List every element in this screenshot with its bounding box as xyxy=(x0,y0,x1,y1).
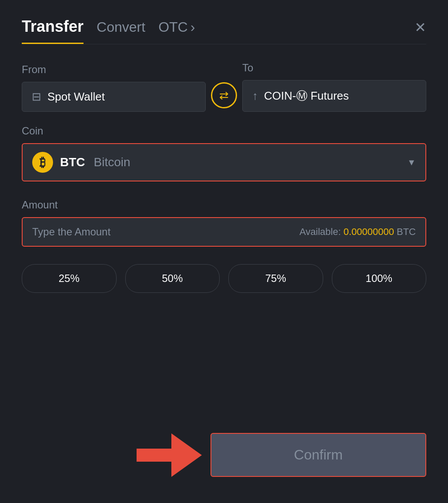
amount-label: Amount xyxy=(22,199,58,211)
arrow-shaft xyxy=(137,449,171,462)
coin-select-dropdown[interactable]: ₿ BTC Bitcoin ▼ xyxy=(22,143,426,181)
percentage-row: 25% 50% 75% 100% xyxy=(22,264,426,293)
tab-convert[interactable]: Convert xyxy=(97,19,145,42)
from-wallet-name: Spot Wallet xyxy=(47,90,105,104)
from-section: From ⊟ Spot Wallet xyxy=(22,64,206,112)
close-button[interactable]: ✕ xyxy=(415,20,426,41)
coin-section: Coin ₿ BTC Bitcoin ▼ xyxy=(22,125,426,181)
arrow-container xyxy=(22,433,211,477)
amount-input[interactable] xyxy=(32,226,300,238)
pct-50-button[interactable]: 50% xyxy=(125,264,220,293)
btc-icon: ₿ xyxy=(32,152,53,173)
to-label: To xyxy=(242,62,426,74)
wallet-card-icon: ⊟ xyxy=(32,90,41,104)
otc-arrow-icon: › xyxy=(191,19,195,35)
tab-transfer[interactable]: Transfer xyxy=(22,17,84,44)
available-text: Available: 0.00000000 BTC xyxy=(300,226,416,238)
available-unit: BTC xyxy=(397,226,416,237)
to-wallet-select[interactable]: ↑ COIN-Ⓜ Futures xyxy=(242,80,426,112)
confirm-button[interactable]: Confirm xyxy=(211,433,426,477)
arrow-indicator xyxy=(137,433,202,477)
chevron-down-icon: ▼ xyxy=(407,158,416,168)
to-wallet-name: COIN-Ⓜ Futures xyxy=(264,88,349,104)
arrow-head-icon xyxy=(171,433,202,477)
futures-icon: ↑ xyxy=(252,89,258,103)
amount-section: Amount Available: 0.00000000 BTC xyxy=(22,199,426,247)
from-wallet-select[interactable]: ⊟ Spot Wallet xyxy=(22,82,206,112)
to-section: To ↑ COIN-Ⓜ Futures xyxy=(242,62,426,112)
available-amount: 0.00000000 xyxy=(344,226,394,237)
transfer-modal: Transfer Convert OTC › ✕ From ⊟ Spot Wal… xyxy=(0,0,448,503)
header-tabs: Transfer Convert OTC › ✕ xyxy=(22,17,426,44)
pct-25-button[interactable]: 25% xyxy=(22,264,117,293)
from-label: From xyxy=(22,64,206,76)
from-to-row: From ⊟ Spot Wallet ⇄ To ↑ COIN-Ⓜ Futures xyxy=(22,62,426,112)
swap-btn-wrapper: ⇄ xyxy=(206,82,242,112)
header-divider xyxy=(22,44,426,44)
coin-label: Coin xyxy=(22,125,43,137)
amount-input-wrapper: Available: 0.00000000 BTC xyxy=(22,217,426,247)
coin-symbol: BTC xyxy=(60,155,85,169)
pct-100-button[interactable]: 100% xyxy=(332,264,427,293)
tab-otc[interactable]: OTC › xyxy=(158,19,195,42)
confirm-btn-wrapper: Confirm xyxy=(211,433,426,477)
coin-full-name: Bitcoin xyxy=(94,155,130,169)
bottom-area: Confirm xyxy=(22,416,426,477)
pct-75-button[interactable]: 75% xyxy=(228,264,323,293)
swap-button[interactable]: ⇄ xyxy=(211,82,237,108)
